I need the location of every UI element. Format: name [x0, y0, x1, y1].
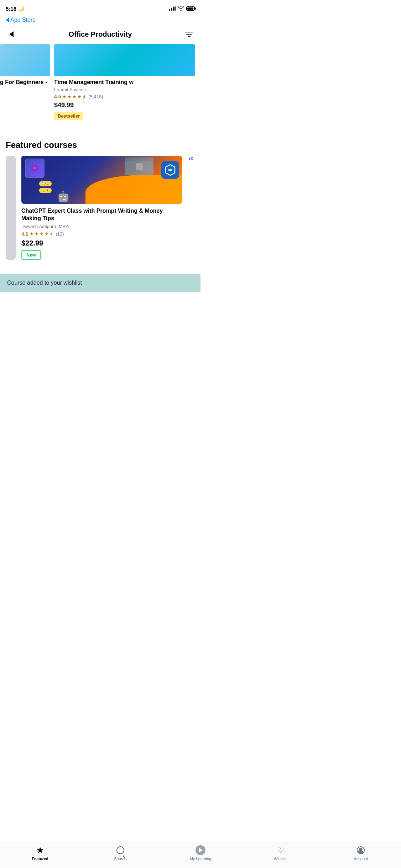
svg-point-2 [33, 167, 36, 169]
right-card-provider: Learnit Anytime [54, 87, 195, 92]
bestseller-badge: Bestseller [54, 112, 83, 120]
handshake-illustration [125, 157, 153, 175]
c-star-4: ★ [45, 231, 49, 237]
app-store-back-button[interactable]: App Store [6, 17, 36, 23]
filter-button[interactable] [183, 29, 195, 40]
wishlist-notification: Course added to your wishlist [0, 274, 200, 292]
top-card-right[interactable]: Time Management Training w Learnit Anyti… [50, 44, 200, 120]
course-rating-row: 4.6 ★ ★ ★ ★ ⯨ (12) [21, 231, 182, 237]
star-1: ★ [62, 94, 67, 99]
moon-icon: 🌙 [18, 5, 25, 12]
signal-bars-icon [169, 6, 176, 11]
page-title: Office Productivity [69, 30, 132, 38]
robot-illustration: 🤖 [57, 190, 69, 202]
left-card-image [0, 44, 50, 76]
right-card-rating-count: (5,418) [88, 94, 103, 99]
chat-bubble-decoration: 💬 ... 💡 ? [39, 181, 52, 193]
back-button[interactable] [6, 29, 17, 40]
wifi-icon [178, 6, 184, 12]
app-store-label: App Store [10, 17, 36, 23]
course-instructor: Divyesh Amipara, MBA [21, 224, 182, 229]
right-card-rating-row: 4.5 ★ ★ ★ ★ ⯨ (5,418) [54, 94, 195, 99]
battery-icon [186, 6, 195, 11]
course-rating-count: (12) [56, 231, 64, 237]
course-info: ChatGPT Expert Class with Prompt Writing… [21, 207, 182, 260]
time-display: 5:18 [6, 6, 16, 12]
status-time: 5:18 🌙 [6, 5, 25, 12]
right-card-stars: ★ ★ ★ ★ ⯨ [62, 94, 87, 99]
ai-course-illustration: 💬 ... 💡 ? 🤖 [21, 156, 182, 204]
featured-card-right-partial: S [188, 156, 195, 260]
status-bar: 5:18 🌙 [0, 0, 200, 16]
c-star-5-half: ⯨ [50, 231, 54, 237]
star-2: ★ [67, 94, 72, 99]
top-cards-section: g For Beginners - Time Management Traini… [0, 44, 200, 126]
wave-decoration [85, 175, 182, 204]
featured-section-title: Featured courses [6, 140, 195, 150]
right-card-title: Time Management Training w [54, 79, 195, 86]
right-card-image [54, 44, 195, 76]
featured-cards-list: 💬 ... 💡 ? 🤖 ChatGPT Expert Class with Pr… [6, 156, 195, 260]
app-store-nav[interactable]: App Store [0, 16, 200, 26]
status-icons [169, 6, 195, 12]
c-star-2: ★ [35, 231, 39, 237]
featured-section: Featured courses [0, 140, 200, 260]
right-card-rating-value: 4.5 [54, 94, 61, 99]
ai-brain-illustration [25, 159, 45, 178]
star-5-half: ⯨ [82, 94, 87, 99]
left-card-title: g For Beginners - [0, 79, 50, 86]
featured-card-left-partial[interactable] [6, 156, 16, 260]
star-3: ★ [72, 94, 77, 99]
page-header: Office Productivity [0, 26, 200, 44]
new-badge: New [21, 250, 41, 260]
filter-icon [185, 32, 193, 37]
wishlist-notification-text: Course added to your wishlist [7, 280, 82, 286]
c-star-1: ★ [30, 231, 34, 237]
back-arrow-icon [9, 31, 14, 37]
c-star-3: ★ [40, 231, 44, 237]
chatgpt-logo [161, 161, 179, 179]
course-price: $22.99 [21, 239, 182, 247]
course-stars: ★ ★ ★ ★ ⯨ [30, 231, 54, 237]
featured-card-main[interactable]: 💬 ... 💡 ? 🤖 ChatGPT Expert Class with Pr… [21, 156, 182, 260]
star-4: ★ [77, 94, 82, 99]
back-triangle-icon [6, 18, 9, 22]
svg-rect-9 [136, 163, 143, 170]
course-rating-value: 4.6 [21, 231, 28, 237]
spacer [0, 126, 200, 140]
course-title: ChatGPT Expert Class with Prompt Writing… [21, 207, 182, 222]
course-image: 💬 ... 💡 ? 🤖 [21, 156, 182, 204]
right-card-price: $49.99 [54, 102, 195, 109]
top-card-left[interactable]: g For Beginners - [0, 44, 50, 120]
